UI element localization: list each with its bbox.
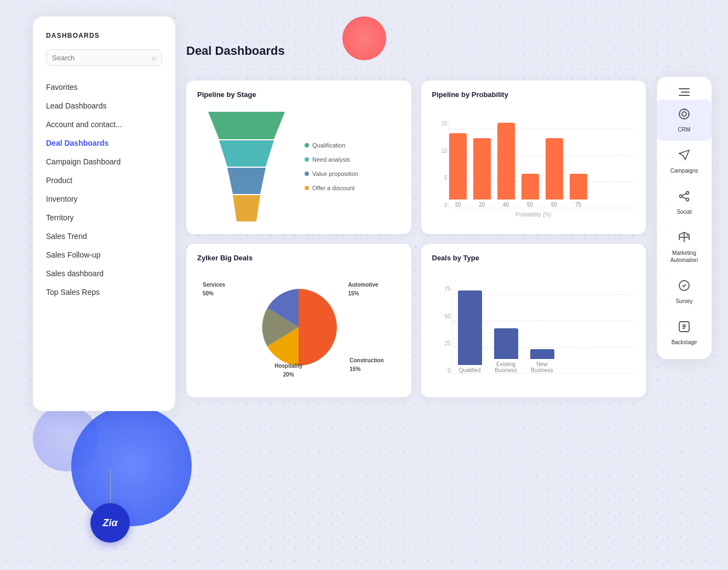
sidebar-navigation: FavoritesLead DashboardsAccount and cont…: [46, 78, 162, 301]
pie-label-hospitality: Hospitality20%: [274, 362, 302, 379]
survey-icon: [678, 279, 691, 295]
sidebar-item-deal-dashboards[interactable]: Deal Dashboards: [46, 134, 162, 152]
bar-10: [449, 133, 467, 200]
sidebar-item-campaign-dashboard[interactable]: Campaign Dashboard: [46, 152, 162, 171]
pipeline-probability-title: Pipeline by Probability: [432, 90, 635, 99]
bar-50: [521, 174, 539, 200]
crm-label: CRM: [678, 126, 691, 133]
bar-col-10: 10: [449, 133, 467, 208]
sidebar-item-sales-trend[interactable]: Sales Trend: [46, 227, 162, 246]
pie-label-automotive: Automotive15%: [348, 281, 379, 298]
campaigns-label: Campaigns: [670, 167, 698, 174]
bar-40: [497, 123, 515, 200]
svg-rect-2: [679, 95, 690, 96]
search-input[interactable]: [52, 54, 150, 62]
svg-marker-13: [227, 168, 266, 194]
right-sidebar: CRM Campaigns Social Marketing Automatio…: [657, 77, 712, 359]
funnel-svg: [197, 112, 296, 221]
pie-label-services: Services50%: [203, 281, 225, 298]
pipeline-stage-title: Pipeline by Stage: [197, 90, 400, 99]
funnel-label-need-analysis: Need analysis: [305, 156, 358, 163]
collapse-icon: [679, 88, 690, 96]
bar-col-new: New Business: [530, 349, 554, 373]
funnel-label-qualification: Qualification: [305, 142, 358, 149]
svg-point-3: [679, 109, 689, 119]
sidebar-item-sales-dashboard[interactable]: Sales dashboard: [46, 264, 162, 283]
zia-label: Ziα: [102, 517, 117, 529]
right-sidebar-item-campaigns[interactable]: Campaigns: [657, 141, 712, 182]
svg-rect-0: [679, 88, 690, 89]
right-sidebar-item-backstage[interactable]: Backstage: [657, 312, 712, 354]
crm-icon: [678, 107, 691, 124]
sidebar-item-top-sales-reps[interactable]: Top Sales Reps: [46, 283, 162, 301]
deco-circle-bottom-left: [71, 406, 192, 526]
deals-by-type-title: Deals by Type: [432, 254, 635, 262]
y-axis-labels: 0 5 10 15: [432, 121, 448, 208]
social-icon: [678, 190, 691, 206]
bar-chart-bars: 10 20 40 50: [449, 121, 635, 208]
qualification-dot: [305, 143, 309, 147]
campaigns-icon: [678, 149, 691, 165]
sidebar-item-territory[interactable]: Territory: [46, 208, 162, 227]
marketing-automation-label: Marketing Automation: [662, 249, 706, 264]
sidebar-item-sales-followup[interactable]: Sales Follow-up: [46, 246, 162, 264]
right-sidebar-item-survey[interactable]: Survey: [657, 271, 712, 312]
funnel-chart: Qualification Need analysis Value propos…: [197, 106, 400, 221]
right-sidebar-item-crm[interactable]: CRM: [657, 100, 712, 141]
x-axis-title: Probability (%): [432, 212, 635, 218]
value-prop-dot: [305, 172, 309, 176]
search-bar[interactable]: ⌕: [46, 49, 162, 66]
probability-bar-chart: 0 5 10 15 10 20: [432, 106, 635, 221]
left-sidebar: DASHBOARDS ⌕ FavoritesLead DashboardsAcc…: [33, 16, 175, 411]
bar-col-existing: Existing Business: [494, 328, 518, 373]
funnel-visual: [197, 112, 296, 221]
title-divider: [186, 69, 646, 70]
bar-col-20: 20: [473, 138, 491, 208]
svg-line-7: [682, 193, 686, 196]
search-icon: ⌕: [152, 53, 156, 62]
sidebar-item-product[interactable]: Product: [46, 171, 162, 190]
svg-marker-11: [208, 112, 285, 139]
zylker-big-deals-card: Zylker Big Deals Services50: [186, 244, 411, 397]
deals-bars: Qualified Existing Business New Business: [452, 286, 635, 374]
svg-marker-12: [219, 140, 274, 167]
sidebar-title: DASHBOARDS: [46, 32, 162, 39]
svg-line-8: [682, 197, 686, 199]
sidebar-item-lead-dashboards[interactable]: Lead Dashboards: [46, 96, 162, 115]
pie-chart-container: Services50% Automotive15% Construction15…: [197, 270, 400, 385]
zylker-big-deals-title: Zylker Big Deals: [197, 254, 400, 262]
bar-new: [530, 349, 554, 359]
pipeline-probability-card: Pipeline by Probability 0 5 10 15: [421, 81, 646, 234]
right-sidebar-items: CRM Campaigns Social Marketing Automatio…: [657, 100, 712, 354]
bar-col-qualified: Qualified: [458, 290, 482, 373]
funnel-label-discount: Offer a discount: [305, 185, 358, 191]
sidebar-item-account-contact[interactable]: Account and contact...: [46, 115, 162, 134]
page-title: Deal Dashboards: [186, 44, 646, 58]
deals-y-labels: 0 25 50 75: [432, 286, 451, 374]
pie-label-construction: Construction15%: [349, 356, 383, 374]
right-sidebar-item-marketing-automation[interactable]: Marketing Automation: [657, 223, 712, 271]
zia-bot-button[interactable]: Ziα: [90, 503, 130, 543]
sidebar-item-favorites[interactable]: Favorites: [46, 78, 162, 96]
social-label: Social: [677, 208, 691, 215]
svg-rect-1: [681, 92, 690, 93]
bar-20: [473, 138, 491, 200]
bar-col-40: 40: [497, 123, 515, 208]
backstage-label: Backstage: [672, 339, 697, 346]
pipeline-stage-card: Pipeline by Stage: [186, 81, 411, 234]
discount-dot: [305, 186, 309, 190]
bar-col-50: 50: [521, 174, 539, 208]
svg-marker-14: [233, 195, 260, 221]
bar-60: [546, 138, 563, 200]
collapse-button[interactable]: [657, 82, 712, 100]
backstage-icon: [678, 320, 691, 337]
marketing-automation-icon: [678, 231, 691, 247]
right-sidebar-item-social[interactable]: Social: [657, 182, 712, 223]
funnel-labels: Qualification Need analysis Value propos…: [305, 142, 358, 191]
svg-point-6: [686, 198, 689, 201]
deals-type-chart-wrap: 0 25 50 75 Qualified Existing Business: [432, 270, 635, 374]
sidebar-item-inventory[interactable]: Inventory: [46, 190, 162, 208]
bar-col-60: 60: [546, 138, 563, 208]
survey-label: Survey: [675, 298, 692, 305]
bar-col-75: 75: [570, 174, 587, 208]
